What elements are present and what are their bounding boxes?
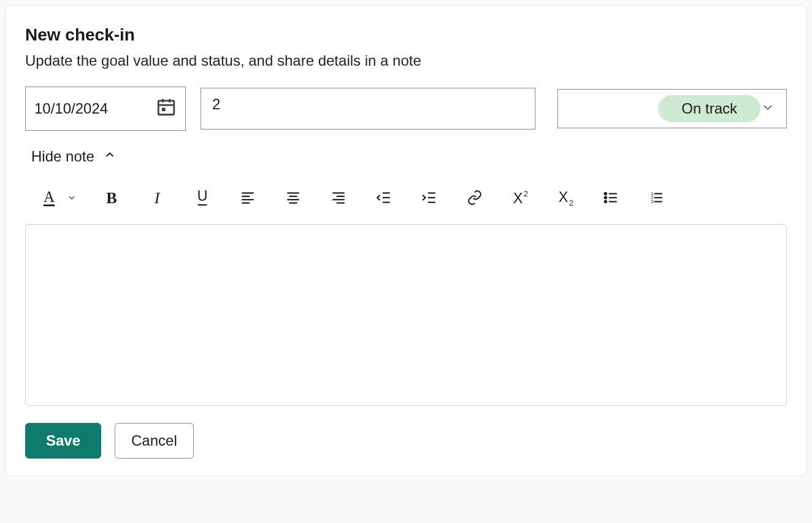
chevron-down-icon (760, 100, 775, 117)
underline-button[interactable]: U (191, 186, 214, 209)
date-input[interactable] (34, 100, 139, 117)
bullet-list-button[interactable] (599, 186, 622, 209)
svg-text:X: X (559, 189, 569, 205)
align-right-button[interactable] (327, 186, 350, 209)
align-center-button[interactable] (282, 186, 305, 209)
svg-text:2: 2 (569, 198, 573, 206)
check-in-card: New check-in Update the goal value and s… (5, 5, 807, 476)
fields-row: On track (25, 87, 787, 131)
bold-button[interactable]: B (100, 186, 123, 209)
svg-text:A: A (44, 188, 55, 205)
footer-buttons: Save Cancel (25, 423, 787, 459)
font-color-button[interactable]: A (37, 186, 61, 209)
hide-note-toggle[interactable]: Hide note (31, 148, 117, 165)
link-button[interactable] (463, 186, 486, 209)
align-left-button[interactable] (236, 186, 259, 209)
superscript-button[interactable]: X 2 (508, 186, 532, 209)
svg-point-35 (605, 196, 607, 198)
outdent-button[interactable] (372, 186, 396, 209)
svg-text:I: I (154, 190, 161, 206)
hide-note-label: Hide note (31, 148, 94, 165)
status-dropdown[interactable]: On track (557, 89, 787, 128)
value-input[interactable] (212, 96, 524, 113)
calendar-icon[interactable] (156, 96, 177, 121)
svg-rect-4 (162, 107, 166, 111)
chevron-up-icon (103, 148, 117, 165)
indent-button[interactable] (418, 186, 441, 209)
dialog-subtitle: Update the goal value and status, and sh… (25, 52, 787, 69)
svg-text:U: U (197, 188, 207, 204)
dialog-title: New check-in (25, 25, 787, 45)
svg-rect-0 (158, 101, 174, 115)
save-button[interactable]: Save (25, 423, 101, 459)
editor-toolbar: A B I U (25, 186, 787, 209)
svg-point-37 (605, 201, 607, 203)
number-list-button[interactable]: 1 2 3 (645, 186, 668, 209)
italic-button[interactable]: I (145, 186, 169, 209)
font-color-chevron-icon[interactable] (66, 186, 78, 209)
note-editor[interactable] (25, 224, 787, 406)
subscript-button[interactable]: X 2 (554, 186, 577, 209)
svg-text:3: 3 (651, 199, 653, 204)
date-field[interactable] (25, 87, 186, 131)
cancel-button[interactable]: Cancel (115, 423, 194, 459)
svg-text:2: 2 (524, 189, 528, 198)
value-field[interactable] (201, 88, 535, 130)
svg-text:B: B (106, 190, 117, 206)
svg-text:X: X (513, 190, 523, 206)
svg-point-33 (605, 193, 607, 195)
status-pill: On track (658, 95, 760, 122)
